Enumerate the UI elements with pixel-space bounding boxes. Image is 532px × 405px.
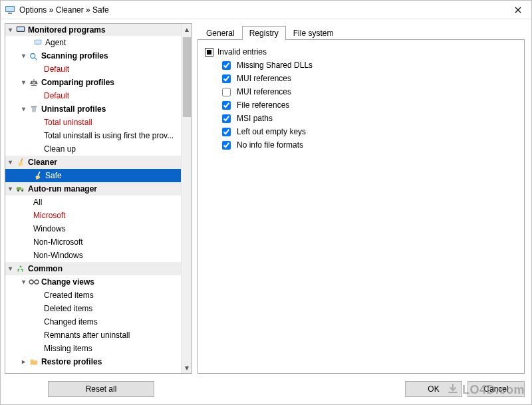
registry-item-label: File references (237, 100, 289, 110)
tree-ar-non-windows[interactable]: Non-Windows (5, 249, 181, 262)
tree-agent[interactable]: Agent (5, 36, 181, 49)
collapse-icon[interactable]: ▾ (19, 49, 28, 63)
collapse-icon[interactable]: ▾ (19, 76, 28, 89)
tree-restore-profiles[interactable]: ▸ Restore profiles (5, 355, 181, 368)
tree-scrollbar[interactable]: ▴ ▾ (181, 24, 192, 373)
tab-filesystem[interactable]: File system (286, 26, 341, 40)
collapse-icon[interactable]: ▾ (5, 156, 15, 169)
scroll-down-icon[interactable]: ▾ (182, 362, 192, 373)
registry-root-label: Invalid entries (217, 47, 267, 57)
recycle-icon (15, 264, 27, 273)
balance-icon (28, 78, 40, 87)
glasses-icon (28, 279, 40, 285)
group-auto-run[interactable]: ▾ Auto-run manager (5, 182, 181, 196)
svg-rect-9 (20, 158, 23, 162)
tree-ar-microsoft[interactable]: Microsoft (5, 209, 181, 222)
scroll-up-icon[interactable]: ▴ (182, 24, 192, 35)
svg-rect-10 (37, 172, 40, 176)
tree-cv-deleted[interactable]: Deleted items (5, 302, 181, 315)
collapse-icon[interactable]: ▾ (19, 102, 28, 116)
svg-rect-8 (31, 106, 37, 108)
registry-checkbox[interactable] (222, 101, 231, 110)
folder-icon (28, 357, 40, 366)
registry-checkbox[interactable] (222, 74, 231, 83)
titlebar: Options » Cleaner » Safe (1, 1, 531, 19)
registry-item[interactable]: MUI references (205, 72, 517, 85)
registry-item[interactable]: No info file formats (205, 138, 517, 152)
collapse-icon[interactable]: ▾ (19, 275, 28, 289)
svg-rect-11 (17, 187, 21, 190)
registry-item[interactable]: Missing Shared DLLs (205, 59, 517, 72)
broom-icon (32, 171, 44, 180)
svg-rect-4 (17, 27, 25, 31)
broom-icon (15, 158, 27, 167)
registry-item-label: MUI references (237, 87, 291, 96)
svg-point-15 (35, 280, 39, 284)
tree-safe[interactable]: Safe (5, 169, 181, 182)
registry-item[interactable]: Left out empty keys (205, 125, 517, 138)
registry-checkbox[interactable] (222, 88, 231, 96)
registry-checkbox[interactable] (222, 141, 231, 150)
svg-rect-1 (6, 7, 14, 11)
scrollbar-thumb[interactable] (183, 37, 191, 117)
expand-icon[interactable]: ▸ (19, 355, 28, 368)
tree-total-uninstall[interactable]: Total uninstall (5, 116, 181, 129)
tree-comparing-profiles[interactable]: ▾ Comparing profiles (5, 76, 181, 89)
tree-change-views[interactable]: ▾ Change views (5, 275, 181, 289)
scrollbar-track[interactable] (182, 35, 192, 362)
tree-ar-windows[interactable]: Windows (5, 222, 181, 235)
sidebar: ▾ Monitored programs Agent ▾ Scanning pr… (5, 23, 192, 374)
svg-point-14 (29, 280, 33, 284)
tree-scanning-default[interactable]: Default (5, 63, 181, 76)
registry-checkbox[interactable] (222, 61, 231, 70)
main-panel: General Registry File system Invalid ent… (198, 23, 525, 374)
tree-cv-created[interactable]: Created items (5, 289, 181, 302)
group-cleaner[interactable]: ▾ Cleaner (5, 156, 181, 169)
svg-point-13 (21, 190, 23, 192)
tab-registry[interactable]: Registry (242, 26, 286, 40)
registry-root[interactable]: Invalid entries (205, 45, 517, 59)
tab-panel-registry: Invalid entries Missing Shared DLLsMUI r… (198, 39, 525, 374)
tree-scanning-profiles[interactable]: ▾ Scanning profiles (5, 49, 181, 63)
tree-total-uninstall-desc[interactable]: Total uninstall is using first the prov.… (5, 129, 181, 142)
group-common[interactable]: ▾ Common (5, 262, 181, 275)
ok-button[interactable]: OK (405, 381, 462, 397)
tree-cv-changed[interactable]: Changed items (5, 315, 181, 329)
cancel-button[interactable]: Cancel (467, 381, 525, 397)
group-monitored-programs[interactable]: ▾ Monitored programs (5, 24, 181, 36)
collapse-icon[interactable]: ▾ (5, 24, 15, 36)
close-button[interactable] (505, 1, 531, 19)
reset-all-button[interactable]: Reset all (48, 381, 154, 397)
nav-tree: ▾ Monitored programs Agent ▾ Scanning pr… (5, 23, 192, 374)
checkbox-mixed-icon[interactable] (205, 48, 213, 57)
tree-ar-non-microsoft[interactable]: Non-Microsoft (5, 235, 181, 249)
registry-item-label: MUI references (237, 74, 291, 83)
options-dialog: Options » Cleaner » Safe ▾ Monitored pro… (0, 0, 532, 405)
agent-icon (32, 38, 44, 47)
tree-comparing-default[interactable]: Default (5, 89, 181, 102)
trash-icon (28, 104, 40, 114)
registry-item-label: Missing Shared DLLs (237, 61, 313, 70)
registry-item-label: MSI paths (237, 114, 273, 123)
registry-checkbox[interactable] (222, 128, 231, 136)
collapse-icon[interactable]: ▾ (5, 262, 15, 275)
tab-bar: General Registry File system (198, 23, 525, 39)
truck-icon (15, 184, 27, 194)
profile-icon (28, 51, 40, 61)
window-title: Options » Cleaner » Safe (19, 5, 505, 15)
registry-checkbox[interactable] (222, 114, 231, 123)
app-icon (5, 5, 15, 15)
registry-item[interactable]: File references (205, 98, 517, 112)
collapse-icon[interactable]: ▾ (5, 182, 15, 196)
monitor-icon (15, 25, 27, 35)
registry-item-label: No info file formats (237, 140, 303, 150)
tree-uninstall-profiles[interactable]: ▾ Uninstall profiles (5, 102, 181, 116)
svg-point-12 (17, 190, 19, 192)
tree-cv-missing[interactable]: Missing items (5, 342, 181, 355)
registry-item[interactable]: MUI references (205, 85, 517, 98)
tree-cv-remnants[interactable]: Remnants after uninstall (5, 329, 181, 342)
tree-ar-all[interactable]: All (5, 196, 181, 209)
tree-clean-up[interactable]: Clean up (5, 142, 181, 156)
registry-item[interactable]: MSI paths (205, 112, 517, 125)
tab-general[interactable]: General (199, 26, 242, 40)
